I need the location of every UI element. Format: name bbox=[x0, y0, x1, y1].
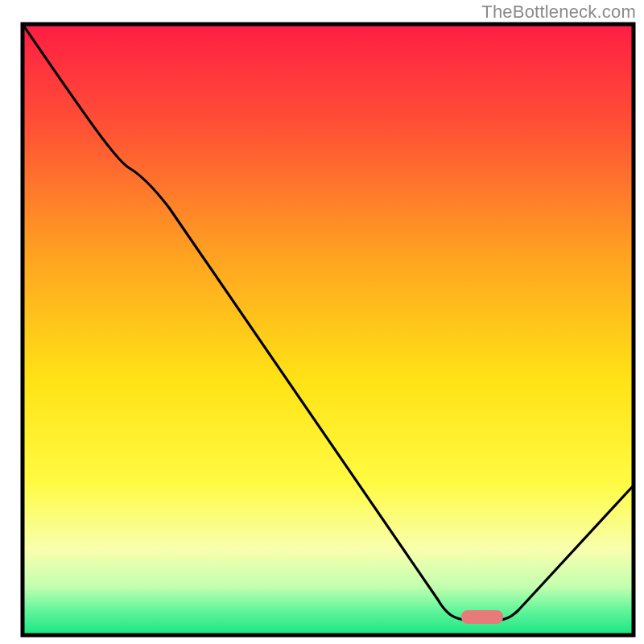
chart-stage: TheBottleneck.com bbox=[0, 0, 644, 644]
gradient-background bbox=[23, 24, 634, 635]
watermark-text: TheBottleneck.com bbox=[481, 2, 636, 23]
optimal-region-marker bbox=[461, 610, 503, 624]
plot-area bbox=[23, 24, 634, 635]
bottleneck-chart bbox=[0, 0, 644, 644]
